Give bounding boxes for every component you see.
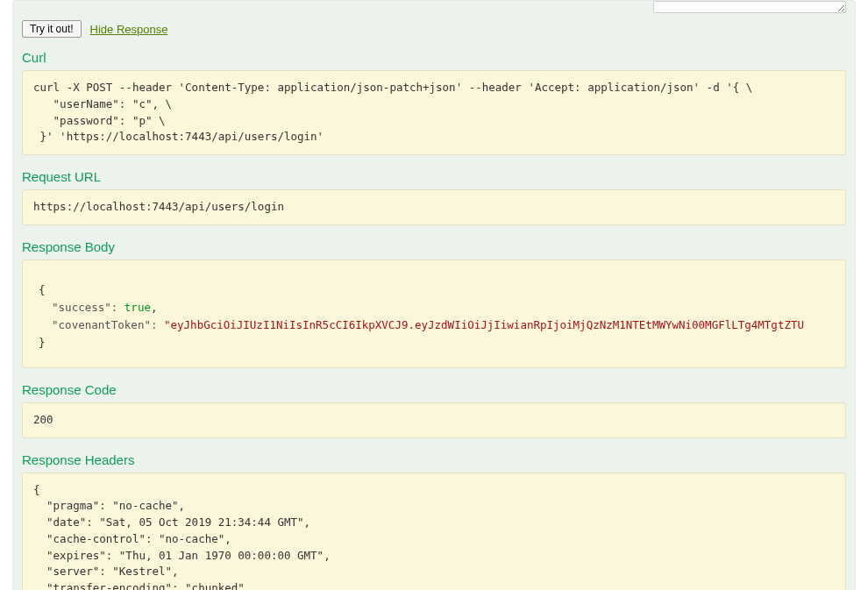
json-brace: } [39,336,46,349]
hide-response-link[interactable]: Hide Response [90,23,168,36]
response-code-section: Response Code 200 [13,377,855,447]
json-comma: , [151,301,158,314]
response-code-content: 200 [22,402,846,438]
json-value-token: "eyJhbGciOiJIUzI1NiIsInR5cCI6IkpXVCJ9.ey… [164,318,804,331]
json-value-true: true [125,301,151,314]
try-it-out-button[interactable]: Try it out! [22,20,82,38]
request-url-section: Request URL https://localhost:7443/api/u… [13,164,855,234]
request-url-content: https://localhost:7443/api/users/login [22,189,846,225]
json-key-covenanttoken: "covenantToken": [39,318,164,331]
response-headers-content: { "pragma": "no-cache", "date": "Sat, 05… [22,473,846,591]
response-headers-title: Response Headers [22,447,846,467]
response-body-title: Response Body [22,234,846,254]
parameter-textarea[interactable] [653,1,846,13]
response-body-wrapper: { "success": true, "covenantToken": "eyJ… [22,259,846,368]
request-url-title: Request URL [22,164,846,184]
api-response-panel: Try it out! Hide Response Curl curl -X P… [12,0,856,590]
toolbar-row: Try it out! Hide Response [13,1,855,45]
curl-title: Curl [22,45,846,65]
response-body-section: Response Body { "success": true, "covena… [13,234,855,377]
response-body-content: { "success": true, "covenantToken": "eyJ… [28,266,840,362]
response-code-title: Response Code [22,377,846,397]
json-key-success: "success": [39,301,125,314]
curl-content: curl -X POST --header 'Content-Type: app… [22,70,846,155]
json-brace: { [39,283,46,296]
response-headers-section: Response Headers { "pragma": "no-cache",… [13,447,855,591]
curl-section: Curl curl -X POST --header 'Content-Type… [13,45,855,164]
